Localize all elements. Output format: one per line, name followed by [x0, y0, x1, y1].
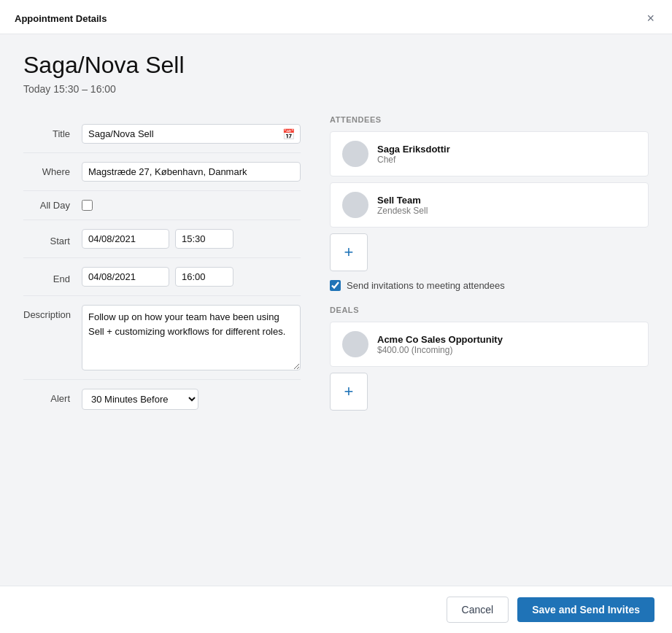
- cancel-button[interactable]: Cancel: [447, 597, 509, 623]
- alert-label: Alert: [23, 389, 82, 404]
- description-row: Description: [23, 296, 301, 380]
- title-label: Title: [23, 124, 82, 139]
- appointment-heading: Saga/Nova Sell: [23, 52, 649, 79]
- alert-select[interactable]: NoneAt time of event5 Minutes Before10 M…: [82, 389, 198, 410]
- attendee-info-1: Sell Team Zendesk Sell: [377, 195, 428, 216]
- deal-card-0: Acme Co Sales Opportunity $400.00 (Incom…: [330, 322, 649, 367]
- end-time-input[interactable]: [175, 267, 233, 287]
- right-section: ATTENDEES Saga Eriksdottir Chef Sell Tea…: [330, 115, 649, 419]
- deal-info-0: Acme Co Sales Opportunity $400.00 (Incom…: [377, 334, 503, 355]
- modal-body: Saga/Nova Sell Today 15:30 – 16:00 Title…: [0, 34, 672, 586]
- title-input-wrapper: 📅: [82, 124, 301, 144]
- appointment-time: Today 15:30 – 16:00: [23, 83, 649, 95]
- start-time-input[interactable]: [175, 229, 233, 249]
- deal-icon-0: [342, 331, 368, 357]
- attendee-avatar-1: [342, 192, 368, 218]
- invite-checkbox-row: Send invitations to meeting attendees: [330, 280, 649, 291]
- title-input[interactable]: [82, 124, 301, 144]
- allday-checkbox[interactable]: [82, 200, 93, 211]
- appointment-details-modal: Appointment Details × Saga/Nova Sell Tod…: [0, 0, 672, 633]
- attendees-section: ATTENDEES Saga Eriksdottir Chef Sell Tea…: [330, 115, 649, 291]
- invite-checkbox[interactable]: [330, 280, 341, 291]
- modal-header: Appointment Details ×: [0, 0, 672, 34]
- add-attendee-button[interactable]: +: [330, 233, 368, 271]
- attendee-card-1: Sell Team Zendesk Sell: [330, 182, 649, 228]
- deals-section: DEALS Acme Co Sales Opportunity $400.00 …: [330, 306, 649, 411]
- attendee-name-0: Saga Eriksdottir: [377, 144, 450, 155]
- deal-value-0: $400.00 (Incoming): [377, 345, 503, 355]
- save-send-invites-button[interactable]: Save and Send Invites: [517, 597, 654, 622]
- attendee-avatar-0: [342, 141, 368, 167]
- end-row: End: [23, 258, 301, 296]
- form-section: Title 📅 Where All Day: [23, 115, 301, 419]
- attendee-info-0: Saga Eriksdottir Chef: [377, 144, 450, 165]
- alert-row: Alert NoneAt time of event5 Minutes Befo…: [23, 380, 301, 419]
- invite-label: Send invitations to meeting attendees: [347, 280, 505, 291]
- attendee-card-0: Saga Eriksdottir Chef: [330, 131, 649, 176]
- modal-title: Appointment Details: [15, 13, 107, 24]
- close-button[interactable]: ×: [644, 12, 657, 25]
- description-label: Description: [23, 305, 82, 320]
- modal-footer: Cancel Save and Send Invites: [0, 586, 672, 633]
- where-input[interactable]: [82, 162, 301, 182]
- add-deal-button[interactable]: +: [330, 373, 368, 411]
- attendee-role-0: Chef: [377, 155, 450, 165]
- deals-section-label: DEALS: [330, 306, 649, 314]
- attendee-name-1: Sell Team: [377, 195, 428, 206]
- calendar-icon: 📅: [282, 128, 295, 140]
- attendee-role-1: Zendesk Sell: [377, 206, 428, 216]
- start-date-input[interactable]: [82, 229, 169, 249]
- start-label: Start: [23, 231, 82, 246]
- content-grid: Title 📅 Where All Day: [23, 115, 649, 419]
- deal-name-0: Acme Co Sales Opportunity: [377, 334, 503, 345]
- where-row: Where: [23, 153, 301, 191]
- title-row: Title 📅: [23, 115, 301, 153]
- where-label: Where: [23, 162, 82, 177]
- end-date-input[interactable]: [82, 267, 169, 287]
- description-textarea[interactable]: [82, 305, 301, 370]
- attendees-section-label: ATTENDEES: [330, 115, 649, 124]
- end-label: End: [23, 269, 82, 284]
- start-row: Start: [23, 220, 301, 258]
- allday-row: All Day: [23, 191, 301, 220]
- allday-label: All Day: [23, 200, 82, 211]
